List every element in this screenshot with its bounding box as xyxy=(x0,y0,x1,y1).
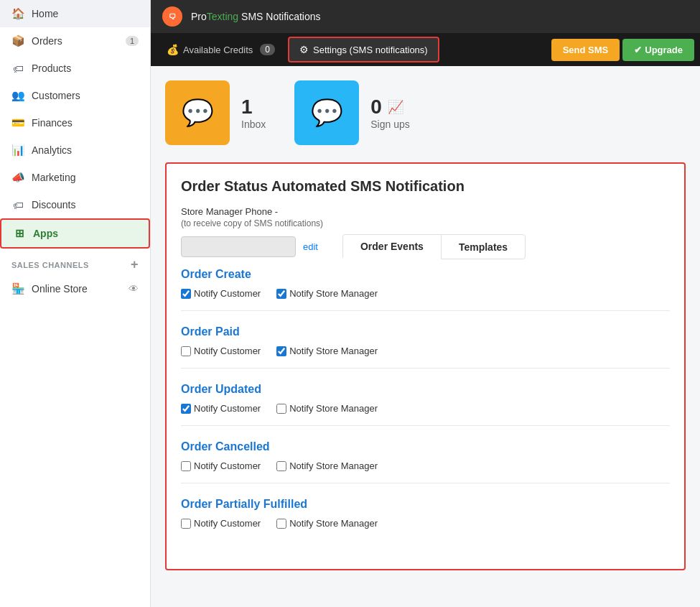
upgrade-button[interactable]: ✔ Upgrade xyxy=(622,39,694,61)
order-partially-fulfilled-notify-store-checkbox[interactable] xyxy=(276,519,286,529)
order-sections: Order Create Notify Customer Notify Stor… xyxy=(181,268,670,540)
sidebar-item-apps[interactable]: ⊞ Apps xyxy=(0,218,150,249)
phone-label: Store Manager Phone - xyxy=(181,206,670,217)
sidebar-item-online-store[interactable]: 🏪 Online Store 👁 xyxy=(0,275,150,302)
apps-icon: ⊞ xyxy=(13,227,26,240)
sidebar-item-orders[interactable]: 📦 Orders 1 xyxy=(0,27,150,55)
phone-input-row: edit Order Events Templates xyxy=(181,234,670,259)
notify-customer-text: Notify Customer xyxy=(194,403,261,414)
sidebar-item-products[interactable]: 🏷 Products xyxy=(0,55,150,82)
sidebar-item-label: Orders xyxy=(32,35,62,47)
signups-stat-text: 0 📈 Sign ups xyxy=(370,96,409,130)
send-sms-button[interactable]: Send SMS xyxy=(551,39,620,61)
sidebar-item-finances[interactable]: 💳 Finances xyxy=(0,109,150,136)
sidebar-item-analytics[interactable]: 📊 Analytics xyxy=(0,136,150,164)
home-icon: 🏠 xyxy=(11,7,24,20)
sidebar-item-discounts[interactable]: 🏷 Discounts xyxy=(0,191,150,218)
order-cancelled-notify-store-checkbox[interactable] xyxy=(276,461,286,471)
settings-icon: ⚙ xyxy=(299,44,309,55)
signups-icon-box: 💬 xyxy=(294,80,359,145)
order-updated-notify-store-label[interactable]: Notify Store Manager xyxy=(276,403,378,414)
credits-tab[interactable]: 💰 Available Credits 0 xyxy=(157,38,285,61)
sidebar-item-label: Home xyxy=(32,8,58,19)
sidebar-item-label: Analytics xyxy=(32,144,72,156)
order-create-section: Order Create Notify Customer Notify Stor… xyxy=(181,268,670,311)
panel-title: Order Status Automated SMS Notification xyxy=(181,178,670,195)
signups-stat-card: 💬 0 📈 Sign ups xyxy=(294,80,409,145)
sidebar-item-customers[interactable]: 👥 Customers xyxy=(0,82,150,109)
inbox-icon: 💬 xyxy=(182,98,214,128)
sidebar-item-label: Products xyxy=(32,62,71,74)
sidebar-item-label: Marketing xyxy=(32,172,75,183)
sidebar-item-label: Customers xyxy=(32,90,80,101)
store-icon: 🏪 xyxy=(11,282,24,295)
tabs-container: Order Events Templates xyxy=(342,234,525,259)
finances-icon: 💳 xyxy=(11,116,24,129)
credits-icon: 💰 xyxy=(167,44,179,55)
online-store-label: Online Store xyxy=(32,283,121,295)
order-paid-checkboxes: Notify Customer Notify Store Manager xyxy=(181,346,670,356)
customers-icon: 👥 xyxy=(11,89,24,102)
notify-store-text: Notify Store Manager xyxy=(289,518,378,529)
upgrade-check-icon: ✔ xyxy=(634,45,642,55)
order-paid-notify-store-label[interactable]: Notify Store Manager xyxy=(276,346,378,356)
signups-label: Sign ups xyxy=(370,119,409,130)
order-create-notify-customer-checkbox[interactable] xyxy=(181,289,191,299)
sidebar-item-home[interactable]: 🏠 Home xyxy=(0,0,150,27)
order-cancelled-title: Order Cancelled xyxy=(181,440,670,453)
products-icon: 🏷 xyxy=(11,62,24,75)
edit-link[interactable]: edit xyxy=(303,241,318,252)
page-body: 💬 1 Inbox 💬 0 📈 Sign ups xyxy=(151,66,700,607)
tab-order-events[interactable]: Order Events xyxy=(342,234,442,259)
order-cancelled-notify-customer-label[interactable]: Notify Customer xyxy=(181,460,261,471)
app-logo: 🗨 xyxy=(162,6,182,27)
credits-label: Available Credits xyxy=(183,45,253,55)
inbox-label: Inbox xyxy=(241,119,266,130)
order-paid-notify-customer-label[interactable]: Notify Customer xyxy=(181,346,261,356)
sidebar-item-label: Finances xyxy=(32,117,73,129)
order-cancelled-notify-store-label[interactable]: Notify Store Manager xyxy=(276,460,378,471)
main-content: 🗨 ProTexting SMS Notifications 💰 Availab… xyxy=(151,0,700,607)
app-nav-bar: 💰 Available Credits 0 ⚙ Settings (SMS no… xyxy=(151,33,700,66)
notify-customer-text: Notify Customer xyxy=(194,346,261,356)
inbox-number: 1 xyxy=(241,96,266,119)
order-create-notify-customer-label[interactable]: Notify Customer xyxy=(181,288,261,299)
inbox-stat-text: 1 Inbox xyxy=(241,96,266,130)
order-partially-fulfilled-notify-store-label[interactable]: Notify Store Manager xyxy=(276,518,378,529)
order-create-notify-store-checkbox[interactable] xyxy=(276,289,286,299)
order-partially-fulfilled-notify-customer-checkbox[interactable] xyxy=(181,519,191,529)
notify-customer-text: Notify Customer xyxy=(194,460,261,471)
tab-templates[interactable]: Templates xyxy=(441,234,526,259)
notify-store-text: Notify Store Manager xyxy=(289,460,378,471)
order-partially-fulfilled-notify-customer-label[interactable]: Notify Customer xyxy=(181,518,261,529)
sidebar: 🏠 Home 📦 Orders 1 🏷 Products 👥 Customers… xyxy=(0,0,151,607)
add-sales-channel-icon[interactable]: + xyxy=(131,257,139,272)
order-partially-fulfilled-title: Order Partially Fulfilled xyxy=(181,498,670,511)
notify-store-text: Notify Store Manager xyxy=(289,288,378,299)
discounts-icon: 🏷 xyxy=(11,198,24,211)
settings-label: Settings (SMS notifications) xyxy=(313,45,428,55)
orders-icon: 📦 xyxy=(11,34,24,47)
order-cancelled-notify-customer-checkbox[interactable] xyxy=(181,461,191,471)
app-logo-text: 🗨 xyxy=(169,13,176,21)
order-updated-notify-store-checkbox[interactable] xyxy=(276,404,286,414)
phone-input[interactable] xyxy=(181,236,296,257)
settings-tab[interactable]: ⚙ Settings (SMS notifications) xyxy=(288,37,439,62)
credits-count: 0 xyxy=(260,44,275,55)
order-create-notify-store-label[interactable]: Notify Store Manager xyxy=(276,288,378,299)
order-updated-notify-customer-label[interactable]: Notify Customer xyxy=(181,403,261,414)
order-paid-notify-customer-checkbox[interactable] xyxy=(181,346,191,356)
order-updated-notify-customer-checkbox[interactable] xyxy=(181,404,191,414)
main-panel: Order Status Automated SMS Notification … xyxy=(165,162,686,570)
trending-icon: 📈 xyxy=(388,99,403,115)
notify-customer-text: Notify Customer xyxy=(194,288,261,299)
upgrade-label: Upgrade xyxy=(645,45,683,55)
orders-badge: 1 xyxy=(126,36,139,46)
order-updated-checkboxes: Notify Customer Notify Store Manager xyxy=(181,403,670,414)
eye-icon[interactable]: 👁 xyxy=(129,283,139,295)
sidebar-item-marketing[interactable]: 📣 Marketing xyxy=(0,164,150,191)
order-paid-notify-store-checkbox[interactable] xyxy=(276,346,286,356)
analytics-icon: 📊 xyxy=(11,144,24,157)
order-create-title: Order Create xyxy=(181,268,670,281)
order-paid-section: Order Paid Notify Customer Notify Store … xyxy=(181,325,670,369)
